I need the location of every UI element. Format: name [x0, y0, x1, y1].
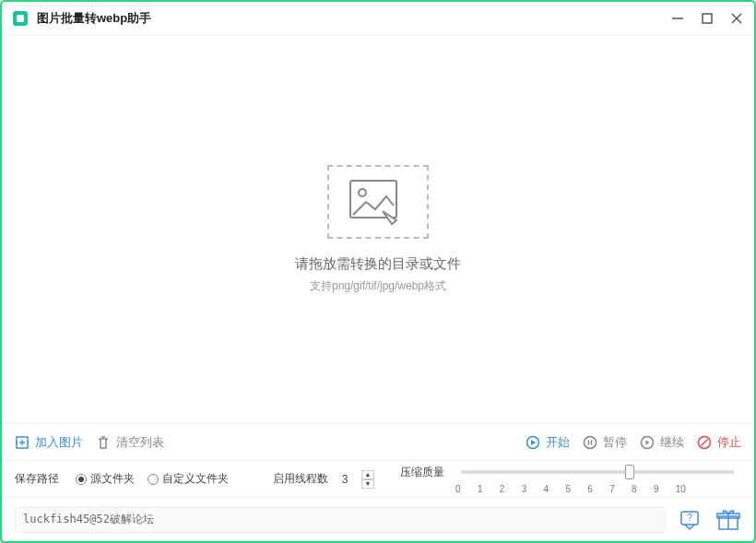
svg-rect-1: [703, 14, 712, 23]
close-button[interactable]: [730, 12, 743, 25]
tick-label: 5: [565, 484, 571, 494]
threads-value: 3: [336, 473, 354, 486]
tick-label: 9: [654, 484, 659, 494]
tick-label: 0: [455, 484, 461, 494]
tick-label: 7: [609, 484, 615, 494]
window-title: 图片批量转webp助手: [37, 10, 151, 27]
quality-ticks: 0 1 2 3 4 5 6 7 8 9 10: [455, 484, 686, 494]
threads-label: 启用线程数: [273, 471, 328, 487]
radio-source-folder[interactable]: 源文件夹: [76, 471, 135, 487]
bottom-icons: ?: [677, 507, 741, 533]
pause-label: 暂停: [603, 434, 627, 451]
tick-label: 3: [522, 484, 527, 494]
threads-up-button[interactable]: ▲: [361, 470, 374, 479]
status-text: luckfish45@52破解论坛: [15, 507, 666, 533]
minimize-button[interactable]: [671, 12, 684, 25]
toolbar: 加入图片 清空列表 开始 暂停 继续 停止: [2, 423, 754, 460]
dropzone[interactable]: 请拖放需转换的目录或文件 支持png/gif/tif/jpg/webp格式: [2, 35, 754, 423]
quality-slider[interactable]: [461, 470, 734, 474]
save-path-radio-group: 源文件夹 自定义文件夹: [76, 471, 229, 487]
tick-label: 6: [587, 484, 593, 494]
clear-list-label: 清空列表: [116, 434, 164, 451]
start-label: 开始: [546, 434, 570, 451]
tick-label: 4: [544, 484, 549, 494]
radio-indicator-icon: [148, 474, 159, 485]
tick-label: 2: [500, 484, 505, 494]
gift-icon[interactable]: [715, 507, 741, 533]
radio-custom-label: 自定义文件夹: [162, 471, 229, 487]
quality-label: 压缩质量: [400, 465, 444, 480]
resume-label: 继续: [660, 434, 684, 451]
svg-text:?: ?: [687, 513, 692, 523]
stop-button[interactable]: 停止: [697, 434, 741, 451]
tick-label: 8: [632, 484, 637, 494]
clear-list-button[interactable]: 清空列表: [96, 434, 164, 451]
bottom-bar: luckfish45@52破解论坛 ?: [2, 497, 754, 541]
add-images-button[interactable]: 加入图片: [15, 434, 83, 451]
threads-control: 启用线程数 3 ▲ ▼: [273, 470, 374, 489]
titlebar: 图片批量转webp助手: [2, 2, 754, 35]
save-path-label: 保存路径: [15, 471, 59, 487]
stop-label: 停止: [717, 434, 741, 451]
maximize-button[interactable]: [701, 12, 714, 25]
tick-label: 1: [478, 484, 483, 494]
app-window: 图片批量转webp助手 请拖放需转换的目录或文件 支持png/gif/tif/j…: [0, 0, 756, 543]
radio-custom-folder[interactable]: 自定义文件夹: [148, 471, 229, 487]
app-icon: [13, 11, 28, 26]
quality-slider-thumb[interactable]: [625, 465, 634, 479]
svg-marker-10: [531, 440, 536, 445]
svg-line-17: [702, 439, 708, 445]
dropzone-sub-text: 支持png/gif/tif/jpg/webp格式: [310, 278, 446, 294]
svg-point-5: [359, 189, 366, 196]
image-placeholder-icon: [327, 165, 429, 239]
svg-marker-15: [646, 440, 650, 444]
quality-control: 压缩质量 0 1 2 3 4 5 6 7 8 9 10: [400, 465, 741, 494]
resume-button[interactable]: 继续: [640, 434, 684, 451]
dropzone-main-text: 请拖放需转换的目录或文件: [295, 255, 461, 273]
settings-row: 保存路径 源文件夹 自定义文件夹 启用线程数 3 ▲ ▼ 压缩质量: [2, 460, 754, 497]
start-button[interactable]: 开始: [526, 434, 570, 451]
threads-down-button[interactable]: ▼: [361, 479, 374, 489]
window-controls: [671, 12, 743, 25]
radio-source-label: 源文件夹: [90, 471, 135, 487]
add-images-label: 加入图片: [35, 434, 83, 451]
svg-point-11: [585, 436, 597, 448]
pause-button[interactable]: 暂停: [583, 434, 627, 451]
tick-label: 10: [676, 484, 686, 494]
threads-spinner: ▲ ▼: [361, 470, 374, 489]
radio-indicator-icon: [76, 474, 87, 485]
help-icon[interactable]: ?: [677, 507, 703, 533]
